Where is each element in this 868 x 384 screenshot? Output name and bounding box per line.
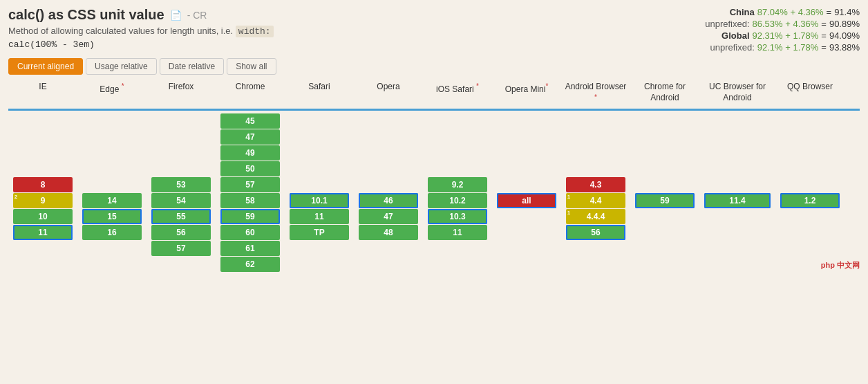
chra-59: 59 — [635, 193, 695, 208]
ff-empty-1 — [151, 113, 211, 129]
col-ie: 8 29 10 11 — [8, 113, 77, 272]
col-chrome-android: 59 — [630, 113, 699, 272]
ios-92: 9.2 — [428, 177, 487, 192]
col-opera-mini: all — [492, 113, 561, 272]
chra-empty-5 — [635, 177, 695, 192]
ff-empty-4 — [151, 161, 211, 176]
chrome-47: 47 — [220, 129, 280, 145]
opmini-empty-1 — [497, 113, 556, 129]
ie-empty-1 — [13, 113, 73, 129]
browsers-header: IE Edge * Firefox Chrome Safari Opera iO… — [8, 80, 860, 107]
android-43: 4.3 — [566, 177, 625, 192]
browser-header-opera: Opera — [354, 80, 423, 107]
col-safari: 10.1 11 TP — [285, 113, 354, 272]
safari-empty-5 — [290, 177, 349, 192]
qq-empty-5 — [780, 177, 840, 192]
tabs-row: Current aligned Usage relative Date rela… — [8, 58, 860, 75]
edge-15: 15 — [82, 209, 142, 224]
edge-14: 14 — [82, 193, 142, 208]
chra-empty-4 — [635, 161, 695, 176]
page-container: calc() as CSS unit value 📄 - CR Method o… — [0, 0, 868, 276]
ff-57: 57 — [151, 241, 211, 256]
ie-9: 29 — [13, 193, 73, 208]
ie-8: 8 — [13, 177, 73, 192]
global-eq: = — [821, 30, 827, 41]
android-empty-1 — [566, 113, 625, 129]
uca-empty-1 — [704, 113, 770, 129]
divider-line — [8, 109, 860, 111]
china-stat-row: China 87.04% + 4.36% = 91.4% — [625, 7, 860, 17]
android-empty-4 — [566, 161, 625, 176]
tab-show-all[interactable]: Show all — [227, 58, 276, 75]
china-eq: = — [827, 7, 832, 17]
android-empty-2 — [566, 129, 625, 145]
android-44: 14.4 — [566, 193, 625, 208]
col-ios-safari: 9.2 10.2 10.3 11 — [423, 113, 492, 272]
tab-date-relative[interactable]: Date relative — [160, 58, 224, 75]
cr-badge: - CR — [187, 10, 207, 21]
col-opera: 46 47 48 — [354, 113, 423, 272]
ie-11: 11 — [13, 225, 73, 240]
ff-empty-3 — [151, 145, 211, 161]
ios-102: 10.2 — [428, 193, 487, 208]
data-grid: 8 29 10 11 14 15 16 — [8, 113, 860, 272]
safari-11: 11 — [290, 209, 349, 224]
china-val: 91.4% — [834, 7, 860, 17]
chrome-62: 62 — [220, 257, 280, 272]
qq-empty-1 — [780, 113, 840, 129]
opera-empty-5 — [359, 177, 418, 192]
opera-empty-3 — [359, 145, 418, 161]
tab-usage-relative[interactable]: Usage relative — [86, 58, 157, 75]
ff-53: 53 — [151, 177, 211, 192]
col-chrome: 45 47 49 50 57 58 59 60 61 62 — [216, 113, 285, 272]
col-android-browser: 4.3 14.4 14.4.4 56 — [561, 113, 630, 272]
chrome-45: 45 — [220, 113, 280, 129]
ios-11: 11 — [428, 225, 487, 240]
ios-empty-1 — [428, 113, 487, 129]
title-icon: 📄 — [170, 10, 182, 21]
ios-103: 10.3 — [428, 209, 487, 224]
opera-47: 47 — [359, 209, 418, 224]
footer-logo: php 中文网 — [821, 260, 860, 271]
chra-empty-1 — [635, 113, 695, 129]
tab-current-aligned[interactable]: Current aligned — [8, 58, 83, 75]
edge-empty-4 — [82, 161, 142, 176]
title-text: calc() as CSS unit value — [8, 7, 164, 23]
android-56: 56 — [566, 225, 625, 240]
safari-empty-3 — [290, 145, 349, 161]
chrome-60: 60 — [220, 225, 280, 240]
qq-empty-4 — [780, 161, 840, 176]
ff-55: 55 — [151, 209, 211, 224]
ios-empty-2 — [428, 129, 487, 145]
ff-empty-2 — [151, 129, 211, 145]
android-empty-3 — [566, 145, 625, 161]
chrome-58: 58 — [220, 193, 280, 208]
opmini-empty-2 — [497, 129, 556, 145]
chrome-57: 57 — [220, 177, 280, 192]
stats-section: China 87.04% + 4.36% = 91.4% unprefixed:… — [625, 7, 860, 54]
browser-header-safari: Safari — [285, 80, 354, 107]
edge-16: 16 — [82, 225, 142, 240]
ios-empty-4 — [428, 161, 487, 176]
ff-54: 54 — [151, 193, 211, 208]
safari-tp: TP — [290, 225, 349, 240]
global-stat-row: Global 92.31% + 1.78% = 94.09% — [625, 30, 860, 41]
browser-header-firefox: Firefox — [147, 80, 216, 107]
title-section: calc() as CSS unit value 📄 - CR Method o… — [8, 7, 625, 50]
china-unprefixed-green: 86.53% + 4.36% — [753, 19, 819, 29]
china-green: 87.04% + 4.36% — [757, 7, 824, 17]
safari-empty-4 — [290, 161, 349, 176]
chrome-61: 61 — [220, 241, 280, 256]
ie-empty-2 — [13, 129, 73, 145]
global-unprefixed-green: 92.1% + 1.78% — [757, 42, 819, 53]
page-title: calc() as CSS unit value 📄 - CR — [8, 7, 625, 23]
china-unprefixed-label: unprefixed: — [688, 19, 750, 29]
uca-empty-5 — [704, 177, 770, 192]
safari-empty-2 — [290, 129, 349, 145]
browser-header-chrome: Chrome — [216, 80, 285, 107]
edge-empty-2 — [82, 129, 142, 145]
uca-114: 11.4 — [704, 193, 770, 208]
footer-logo-text: php 中文网 — [821, 261, 860, 269]
col-firefox: 53 54 55 56 57 — [147, 113, 216, 272]
ie-10: 10 — [13, 209, 73, 224]
